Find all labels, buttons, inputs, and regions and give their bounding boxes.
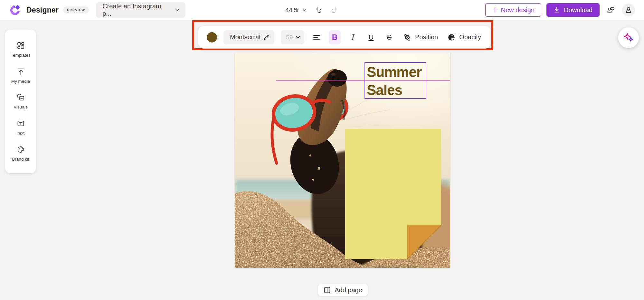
sidebar-item-label: Templates [11, 53, 31, 58]
new-design-button[interactable]: New design [485, 3, 542, 17]
left-sidebar: Templates My media Visuals Text Brand ki… [5, 30, 36, 173]
brand-kit-icon [16, 145, 25, 154]
zoom-value: 44% [285, 6, 298, 14]
account-avatar[interactable] [622, 4, 635, 16]
visuals-icon [16, 93, 25, 102]
pencil-icon [263, 34, 270, 41]
text-color-swatch[interactable] [207, 32, 217, 42]
sidebar-item-label: Visuals [14, 105, 27, 109]
opacity-icon [447, 33, 456, 42]
opacity-button[interactable]: Opacity [446, 31, 482, 44]
align-left-button[interactable] [311, 30, 322, 44]
redo-icon [330, 6, 338, 14]
zoom-control[interactable]: 44% [283, 5, 309, 16]
font-size-value: 59 [286, 34, 293, 41]
sidebar-item-label: Brand kit [12, 157, 29, 162]
sidebar-item-label: My media [11, 79, 30, 84]
download-icon [554, 7, 560, 13]
upload-icon [16, 67, 25, 76]
plus-icon [492, 7, 498, 13]
sidebar-item-brand-kit[interactable]: Brand kit [7, 145, 34, 162]
undo-button[interactable] [313, 4, 325, 16]
chevron-down-icon [302, 8, 307, 13]
sidebar-item-label: Text [17, 131, 25, 136]
headline-line2: Sales [365, 81, 426, 99]
download-button[interactable]: Download [546, 3, 600, 17]
header-right-group: New design Download [485, 0, 635, 20]
font-family-dropdown[interactable]: Montserrat [223, 30, 274, 44]
alignment-guide-line [276, 80, 450, 81]
sidebar-item-text[interactable]: Text [7, 119, 34, 136]
header-center-group: 44% [283, 0, 340, 20]
design-canvas[interactable]: Summer Sales [235, 52, 450, 268]
text-icon [16, 119, 25, 128]
font-size-dropdown[interactable]: 59 [281, 30, 304, 44]
sidebar-item-visuals[interactable]: Visuals [7, 93, 34, 109]
app-title: Designer [26, 6, 59, 14]
bold-button[interactable]: B [329, 30, 340, 44]
italic-button[interactable]: I [347, 30, 359, 44]
sparkles-icon [622, 32, 635, 44]
annotation-highlight-box: Montserrat 59 B I U S Position [192, 20, 493, 50]
add-page-button[interactable]: Add page [318, 284, 368, 296]
chevron-down-icon [295, 35, 300, 40]
headline-line1: Summer [365, 63, 426, 81]
designer-ideas-button[interactable] [618, 27, 639, 48]
templates-icon [16, 41, 25, 50]
sidebar-item-my-media[interactable]: My media [7, 67, 34, 84]
feedback-person-icon [606, 5, 616, 15]
header-left-group: Designer PREVIEW Create an Instagram p..… [9, 0, 185, 20]
sidebar-item-templates[interactable]: Templates [7, 41, 34, 58]
design-title-dropdown[interactable]: Create an Instagram p... [96, 2, 185, 18]
font-name: Montserrat [230, 33, 261, 41]
preview-badge: PREVIEW [63, 6, 89, 14]
strikethrough-button[interactable]: S [384, 30, 395, 44]
underline-button[interactable]: U [365, 30, 377, 44]
redo-button[interactable] [328, 4, 340, 16]
position-icon [403, 33, 412, 42]
designer-logo-icon[interactable] [9, 4, 22, 16]
top-app-bar: Designer PREVIEW Create an Instagram p..… [0, 0, 644, 20]
position-button[interactable]: Position [402, 31, 439, 44]
chevron-down-icon [175, 7, 180, 13]
sticky-note-shape[interactable] [345, 129, 441, 259]
person-icon [624, 6, 633, 14]
align-left-icon [312, 33, 321, 42]
text-format-toolbar: Montserrat 59 B I U S Position [198, 26, 491, 49]
plus-square-icon [324, 286, 331, 294]
feedback-button[interactable] [605, 4, 617, 16]
undo-icon [315, 6, 323, 14]
design-title-label: Create an Instagram p... [102, 3, 168, 17]
